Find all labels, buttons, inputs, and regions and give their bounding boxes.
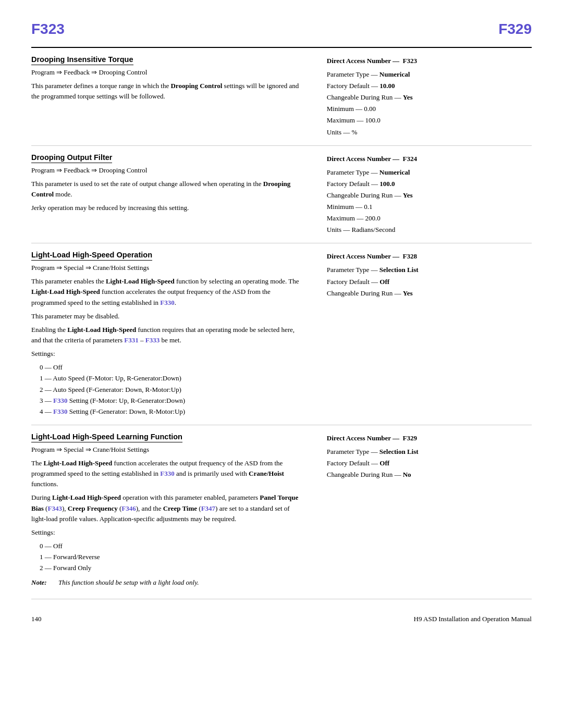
page-footer: 140 H9 ASD Installation and Operation Ma… bbox=[31, 615, 532, 623]
param-type-row-light-load-high-speed-operation: Parameter Type — Selection List bbox=[327, 264, 532, 276]
section-light-load-high-speed-operation: Light-Load High-Speed OperationProgram ⇒… bbox=[31, 243, 532, 425]
body-para: During Light-Load High-Speed operation w… bbox=[31, 492, 306, 524]
header-left: F323 bbox=[31, 21, 65, 38]
section-right-drooping-output-filter: Direct Access Number — F324Parameter Typ… bbox=[322, 153, 532, 236]
param-type-row-drooping-insensitive-torque: Parameter Type — Numerical bbox=[327, 69, 532, 80]
factory-default-row-drooping-output-filter: Factory Default — 100.0 bbox=[327, 178, 532, 190]
extra-field: Units — % bbox=[327, 127, 532, 138]
settings-item: 0 — Off bbox=[40, 541, 306, 551]
section-right-light-load-high-speed-operation: Direct Access Number — F328Parameter Typ… bbox=[322, 251, 532, 417]
sections-container: Drooping Insensitive TorqueProgram ⇒ Fee… bbox=[31, 48, 532, 599]
settings-item: 0 — Off bbox=[40, 362, 306, 373]
param-type-row-drooping-output-filter: Parameter Type — Numerical bbox=[327, 167, 532, 178]
section-title-drooping-output-filter: Drooping Output Filter bbox=[31, 153, 112, 163]
body-para: Jerky operation may be reduced by increa… bbox=[31, 203, 306, 213]
factory-default-value: 10.00 bbox=[380, 82, 395, 90]
body-drooping-insensitive-torque: This parameter defines a torque range in… bbox=[31, 81, 306, 102]
direct-access-light-load-high-speed-learning: Direct Access Number — F329 bbox=[327, 433, 532, 444]
param-type-row-light-load-high-speed-learning: Parameter Type — Selection List bbox=[327, 446, 532, 458]
body-light-load-high-speed-operation: This parameter enables the Light-Load Hi… bbox=[31, 276, 306, 417]
changeable-value: No bbox=[403, 471, 411, 478]
direct-access-light-load-high-speed-operation: Direct Access Number — F328 bbox=[327, 251, 532, 262]
factory-default-value: Off bbox=[380, 278, 389, 286]
body-para: This parameter enables the Light-Load Hi… bbox=[31, 276, 306, 307]
settings-header: Settings: bbox=[31, 349, 306, 359]
changeable-value: Yes bbox=[403, 191, 413, 199]
body-para: The Light-Load High-Speed function accel… bbox=[31, 458, 306, 489]
extra-field: Minimum — 0.00 bbox=[327, 103, 532, 115]
changeable-row-light-load-high-speed-learning: Changeable During Run — No bbox=[327, 469, 532, 480]
body-para: This parameter defines a torque range in… bbox=[31, 81, 306, 102]
section-left-light-load-high-speed-learning: Light-Load High-Speed Learning FunctionP… bbox=[31, 433, 322, 591]
settings-item: 3 — F330 Setting (F-Motor: Up, R-Generat… bbox=[40, 396, 306, 406]
body-para: Enabling the Light-Load High-Speed funct… bbox=[31, 325, 306, 346]
body-para: This parameter is used to set the rate o… bbox=[31, 179, 306, 200]
settings-item: 1 — Forward/Reverse bbox=[40, 552, 306, 562]
direct-access-value: F329 bbox=[403, 434, 417, 442]
section-right-drooping-insensitive-torque: Direct Access Number — F323Parameter Typ… bbox=[322, 55, 532, 138]
direct-access-value: F328 bbox=[403, 252, 417, 260]
manual-title: H9 ASD Installation and Operation Manual bbox=[414, 615, 532, 623]
note-text: This function should be setup with a lig… bbox=[58, 577, 199, 588]
breadcrumb-drooping-insensitive-torque: Program ⇒ Feedback ⇒ Drooping Control bbox=[31, 68, 306, 77]
factory-default-row-drooping-insensitive-torque: Factory Default — 10.00 bbox=[327, 80, 532, 92]
factory-default-row-light-load-high-speed-learning: Factory Default — Off bbox=[327, 458, 532, 469]
direct-access-value: F323 bbox=[403, 57, 417, 65]
section-drooping-insensitive-torque: Drooping Insensitive TorqueProgram ⇒ Fee… bbox=[31, 48, 532, 146]
changeable-value: Yes bbox=[403, 93, 413, 101]
section-left-drooping-output-filter: Drooping Output FilterProgram ⇒ Feedback… bbox=[31, 153, 322, 236]
breadcrumb-light-load-high-speed-learning: Program ⇒ Special ⇒ Crane/Hoist Settings bbox=[31, 446, 306, 454]
header-right: F329 bbox=[498, 21, 532, 38]
extra-field: Maximum — 200.0 bbox=[327, 213, 532, 224]
section-drooping-output-filter: Drooping Output FilterProgram ⇒ Feedback… bbox=[31, 146, 532, 244]
extra-field: Maximum — 100.0 bbox=[327, 115, 532, 126]
settings-item: 2 — Auto Speed (F-Generator: Down, R-Mot… bbox=[40, 385, 306, 395]
settings-item: 4 — F330 Setting (F-Generator: Down, R-M… bbox=[40, 406, 306, 417]
param-type-value: Selection List bbox=[380, 266, 419, 274]
factory-default-value: Off bbox=[380, 459, 389, 467]
extra-field: Minimum — 0.1 bbox=[327, 201, 532, 213]
body-light-load-high-speed-learning: The Light-Load High-Speed function accel… bbox=[31, 458, 306, 588]
page-number: 140 bbox=[31, 615, 42, 623]
breadcrumb-light-load-high-speed-operation: Program ⇒ Special ⇒ Crane/Hoist Settings bbox=[31, 264, 306, 272]
param-type-value: Selection List bbox=[380, 448, 419, 455]
section-title-light-load-high-speed-operation: Light-Load High-Speed Operation bbox=[31, 251, 152, 261]
body-para: This parameter may be disabled. bbox=[31, 311, 306, 322]
settings-item: 2 — Forward Only bbox=[40, 563, 306, 573]
section-light-load-high-speed-learning: Light-Load High-Speed Learning FunctionP… bbox=[31, 425, 532, 599]
note-label: Note: bbox=[31, 577, 47, 588]
settings-list-light-load-high-speed-learning: 0 — Off1 — Forward/Reverse2 — Forward On… bbox=[40, 541, 306, 573]
param-type-value: Numerical bbox=[380, 168, 410, 176]
section-left-light-load-high-speed-operation: Light-Load High-Speed OperationProgram ⇒… bbox=[31, 251, 322, 417]
changeable-row-light-load-high-speed-operation: Changeable During Run — Yes bbox=[327, 288, 532, 299]
direct-access-value: F324 bbox=[403, 155, 417, 163]
extra-field: Units — Radians/Second bbox=[327, 224, 532, 236]
direct-access-drooping-insensitive-torque: Direct Access Number — F323 bbox=[327, 55, 532, 67]
changeable-value: Yes bbox=[403, 289, 413, 297]
factory-default-value: 100.0 bbox=[380, 180, 395, 188]
section-left-drooping-insensitive-torque: Drooping Insensitive TorqueProgram ⇒ Fee… bbox=[31, 55, 322, 138]
page-header: F323 F329 bbox=[31, 21, 532, 38]
settings-header: Settings: bbox=[31, 527, 306, 538]
settings-item: 1 — Auto Speed (F-Motor: Up, R-Generator… bbox=[40, 373, 306, 384]
breadcrumb-drooping-output-filter: Program ⇒ Feedback ⇒ Drooping Control bbox=[31, 166, 306, 175]
section-title-light-load-high-speed-learning: Light-Load High-Speed Learning Function bbox=[31, 433, 182, 442]
param-type-value: Numerical bbox=[380, 70, 410, 78]
changeable-row-drooping-output-filter: Changeable During Run — Yes bbox=[327, 190, 532, 201]
section-title-drooping-insensitive-torque: Drooping Insensitive Torque bbox=[31, 55, 133, 65]
body-drooping-output-filter: This parameter is used to set the rate o… bbox=[31, 179, 306, 213]
section-right-light-load-high-speed-learning: Direct Access Number — F329Parameter Typ… bbox=[322, 433, 532, 591]
changeable-row-drooping-insensitive-torque: Changeable During Run — Yes bbox=[327, 92, 532, 103]
direct-access-drooping-output-filter: Direct Access Number — F324 bbox=[327, 153, 532, 165]
note-light-load-high-speed-learning: Note: This function should be setup with… bbox=[31, 577, 306, 588]
factory-default-row-light-load-high-speed-operation: Factory Default — Off bbox=[327, 276, 532, 288]
settings-list-light-load-high-speed-operation: 0 — Off1 — Auto Speed (F-Motor: Up, R-Ge… bbox=[40, 362, 306, 417]
